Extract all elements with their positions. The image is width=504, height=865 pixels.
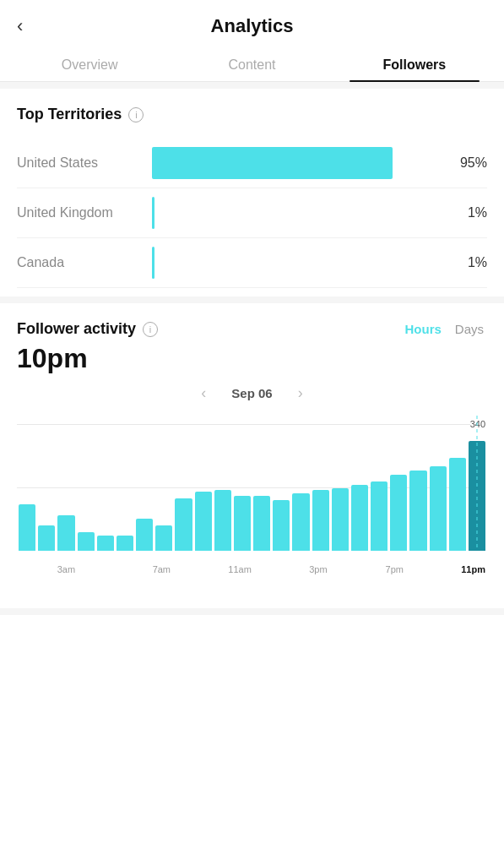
x-axis-label-empty	[366, 564, 385, 574]
territory-pct-ca: 1%	[453, 255, 487, 270]
date-label: Sep 06	[231, 386, 272, 400]
chart-bar-highlight	[469, 441, 485, 551]
chart-bar	[214, 490, 231, 551]
chart-bar-wrapper	[351, 416, 368, 551]
x-axis-label-empty	[347, 564, 366, 574]
chart-bar	[351, 485, 368, 551]
tabs: Overview Content Followers	[0, 47, 504, 82]
chart-bar	[97, 536, 114, 551]
x-axis-label: 3am	[57, 564, 76, 574]
chart-bar-wrapper	[449, 416, 466, 551]
x-axis-label-empty	[423, 564, 442, 574]
territories-header: Top Territories i	[17, 106, 487, 123]
chart-bar-wrapper	[312, 416, 329, 551]
date-next-button[interactable]: ›	[298, 384, 303, 402]
chart-bar-wrapper	[136, 416, 153, 551]
territory-name-uk: United Kingdom	[17, 205, 144, 220]
x-axis-label: 11pm	[461, 564, 485, 574]
chart-bar	[19, 504, 35, 551]
chart-bar-wrapper	[19, 416, 35, 551]
chart-bar-wrapper	[469, 416, 485, 551]
chart-bar-wrapper	[117, 416, 133, 551]
toggle-days-button[interactable]: Days	[452, 320, 487, 338]
chart-bar	[155, 525, 172, 551]
territory-bar-container-ca	[152, 247, 445, 279]
chart-bar	[430, 466, 447, 551]
chart-bar	[195, 492, 212, 551]
chart-container: 340 3am7am11am3pm7pm11pm	[17, 416, 487, 600]
x-axis-label: 11am	[228, 564, 252, 574]
date-navigator: ‹ Sep 06 ›	[17, 384, 487, 402]
toggle-hours-button[interactable]: Hours	[401, 320, 444, 338]
x-axis-label: 7pm	[385, 564, 404, 574]
x-axis-label-empty	[95, 564, 114, 574]
territory-name-us: United States	[17, 155, 144, 171]
peak-time-label: 10pm	[17, 343, 487, 374]
chart-bar-wrapper	[175, 416, 192, 551]
x-axis-label-empty	[442, 564, 462, 574]
chart-bar	[234, 496, 251, 551]
territory-bar-container-uk	[152, 197, 445, 229]
x-axis-label-empty	[133, 564, 152, 574]
x-axis-label: 7am	[152, 564, 171, 574]
table-row: United Kingdom 1%	[17, 188, 487, 238]
x-axis-label-empty	[114, 564, 133, 574]
table-row: United States 95%	[17, 139, 487, 188]
territory-bar-uk	[152, 197, 154, 229]
chart-bar-wrapper	[332, 416, 349, 551]
territory-bar-container-us	[152, 147, 445, 179]
tab-content[interactable]: Content	[171, 47, 333, 81]
chart-bar-wrapper	[234, 416, 251, 551]
chart-bar	[136, 519, 153, 551]
territory-bar-ca	[152, 247, 154, 279]
section-divider-3	[0, 608, 504, 615]
header: ‹ Analytics	[0, 0, 504, 47]
chart-bar	[292, 493, 309, 551]
tab-followers[interactable]: Followers	[333, 47, 496, 81]
chart-bar	[78, 532, 95, 551]
chart-bar	[390, 475, 407, 551]
x-axis-label-empty	[190, 564, 209, 574]
activity-section: Follower activity i Hours Days 10pm ‹ Se…	[0, 303, 504, 608]
chart-bar-wrapper	[390, 416, 407, 551]
chart-bar	[409, 471, 426, 551]
x-axis-label: 3pm	[309, 564, 328, 574]
territories-title: Top Territories	[17, 106, 122, 123]
chart-bar	[449, 458, 466, 551]
chart-bar-wrapper	[155, 416, 172, 551]
activity-info-icon[interactable]: i	[143, 322, 158, 337]
section-divider	[0, 82, 504, 89]
page-title: Analytics	[211, 15, 294, 37]
chart-bar	[175, 498, 192, 551]
chart-bar-wrapper	[430, 416, 447, 551]
chart-bar-wrapper	[97, 416, 114, 551]
territory-name-ca: Canada	[17, 255, 144, 270]
x-axis-label-empty	[209, 564, 229, 574]
x-axis-label-empty	[76, 564, 95, 574]
activity-title: Follower activity	[17, 320, 136, 338]
chart-bar-wrapper	[253, 416, 270, 551]
chart-bar-wrapper	[273, 416, 290, 551]
x-axis-labels: 3am7am11am3pm7pm11pm	[17, 559, 487, 574]
territories-info-icon[interactable]: i	[128, 107, 144, 122]
chart-bar	[312, 490, 329, 551]
chart-bar-wrapper	[371, 416, 387, 551]
date-prev-button[interactable]: ‹	[201, 384, 206, 402]
x-axis-label-empty	[252, 564, 271, 574]
territory-pct-uk: 1%	[453, 205, 487, 220]
table-row: Canada 1%	[17, 238, 487, 288]
chart-bar-wrapper	[409, 416, 426, 551]
chart-bar	[332, 488, 349, 551]
x-axis-label-empty	[171, 564, 191, 574]
x-axis-label-empty	[38, 564, 57, 574]
x-axis-label-empty	[19, 564, 38, 574]
chart-bar	[117, 536, 133, 551]
chart-bars	[17, 416, 487, 551]
back-button[interactable]: ‹	[17, 15, 23, 37]
chart-bar	[57, 515, 74, 551]
tab-overview[interactable]: Overview	[8, 47, 171, 81]
chart-bar	[273, 500, 290, 551]
x-axis-label-empty	[290, 564, 309, 574]
activity-header: Follower activity i Hours Days	[17, 320, 487, 338]
activity-title-group: Follower activity i	[17, 320, 158, 338]
